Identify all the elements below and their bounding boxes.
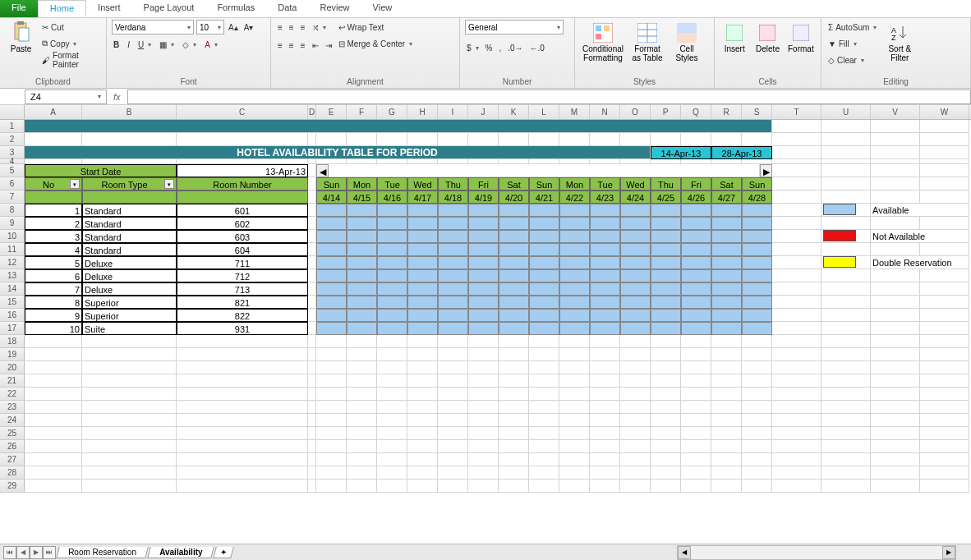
empty-cell[interactable]: [651, 388, 681, 401]
availability-cell[interactable]: [529, 256, 559, 269]
empty-cell[interactable]: [499, 427, 529, 440]
row-header-24[interactable]: 24: [0, 414, 25, 427]
empty-cell[interactable]: [316, 480, 347, 493]
copy-button[interactable]: ⧉Copy▾: [40, 36, 101, 51]
empty-cell[interactable]: [742, 427, 772, 440]
header-no[interactable]: No▾: [25, 177, 82, 190]
cell-room-type[interactable]: Deluxe: [82, 269, 177, 282]
availability-cell[interactable]: [407, 243, 438, 256]
empty-cell[interactable]: [347, 466, 377, 480]
empty-cell[interactable]: [499, 401, 529, 414]
empty-cell[interactable]: [772, 401, 821, 414]
empty-cell[interactable]: [590, 453, 620, 466]
underline-button[interactable]: U▾: [136, 37, 153, 52]
availability-cell[interactable]: [742, 217, 772, 230]
availability-cell[interactable]: [529, 296, 559, 309]
empty-cell[interactable]: [177, 414, 308, 427]
empty-cell[interactable]: [711, 440, 742, 453]
empty-cell[interactable]: [681, 401, 711, 414]
merge-center-button[interactable]: ⊟Merge & Center▾: [337, 36, 415, 51]
availability-cell[interactable]: [377, 282, 407, 296]
empty-cell[interactable]: [711, 466, 742, 480]
empty-cell[interactable]: [499, 374, 529, 388]
availability-cell[interactable]: [529, 322, 559, 335]
cell-no[interactable]: 8: [25, 296, 82, 309]
empty-cell[interactable]: [920, 335, 969, 348]
empty-cell[interactable]: [620, 440, 651, 453]
availability-cell[interactable]: [590, 282, 620, 296]
sheet-nav-prev[interactable]: ◀: [16, 546, 30, 559]
row-header-7[interactable]: 7: [0, 190, 25, 204]
empty-cell[interactable]: [651, 440, 681, 453]
empty-cell[interactable]: [620, 335, 651, 348]
empty-cell[interactable]: [82, 440, 177, 453]
availability-cell[interactable]: [590, 296, 620, 309]
empty-cell[interactable]: [871, 374, 920, 388]
empty-cell[interactable]: [377, 348, 407, 361]
row-header-19[interactable]: 19: [0, 348, 25, 361]
availability-cell[interactable]: [407, 309, 438, 322]
cell-no[interactable]: 10: [25, 322, 82, 335]
empty-cell[interactable]: [681, 414, 711, 427]
availability-cell[interactable]: [407, 282, 438, 296]
empty-cell[interactable]: [316, 335, 347, 348]
empty-cell[interactable]: [82, 414, 177, 427]
sheet-nav-last[interactable]: ⏭: [43, 546, 56, 559]
empty-cell[interactable]: [438, 466, 468, 480]
empty-cell[interactable]: [82, 480, 177, 493]
empty-cell[interactable]: [25, 374, 82, 388]
empty-cell[interactable]: [871, 335, 920, 348]
empty-cell[interactable]: [177, 440, 308, 453]
sheet-nav-next[interactable]: ▶: [30, 546, 43, 559]
sheet-nav-first[interactable]: ⏮: [3, 546, 16, 559]
empty-cell[interactable]: [871, 401, 920, 414]
empty-cell[interactable]: [821, 374, 871, 388]
empty-cell[interactable]: [25, 388, 82, 401]
empty-cell[interactable]: [651, 453, 681, 466]
availability-cell[interactable]: [620, 243, 651, 256]
empty-cell[interactable]: [620, 427, 651, 440]
header-room-type[interactable]: Room Type▾: [82, 177, 177, 190]
row-header-25[interactable]: 25: [0, 427, 25, 440]
availability-cell[interactable]: [651, 230, 681, 243]
row-header-11[interactable]: 11: [0, 243, 25, 256]
fill-color-button[interactable]: ◇▾: [181, 37, 198, 52]
empty-cell[interactable]: [468, 388, 499, 401]
empty-cell[interactable]: [559, 388, 590, 401]
col-header-E[interactable]: E: [316, 105, 347, 119]
empty-cell[interactable]: [347, 374, 377, 388]
availability-cell[interactable]: [681, 269, 711, 282]
empty-cell[interactable]: [407, 401, 438, 414]
empty-cell[interactable]: [529, 401, 559, 414]
empty-cell[interactable]: [25, 401, 82, 414]
empty-cell[interactable]: [308, 335, 316, 348]
empty-cell[interactable]: [681, 466, 711, 480]
availability-cell[interactable]: [559, 322, 590, 335]
empty-cell[interactable]: [742, 374, 772, 388]
empty-cell[interactable]: [407, 361, 438, 374]
row-header-9[interactable]: 9: [0, 217, 25, 230]
empty-cell[interactable]: [772, 374, 821, 388]
col-header-V[interactable]: V: [871, 105, 920, 119]
empty-cell[interactable]: [651, 348, 681, 361]
availability-cell[interactable]: [468, 309, 499, 322]
availability-cell[interactable]: [377, 256, 407, 269]
empty-cell[interactable]: [377, 388, 407, 401]
empty-cell[interactable]: [377, 414, 407, 427]
availability-cell[interactable]: [529, 230, 559, 243]
format-painter-button[interactable]: 🖌Format Painter: [40, 53, 101, 67]
empty-cell[interactable]: [742, 466, 772, 480]
empty-cell[interactable]: [821, 453, 871, 466]
empty-cell[interactable]: [590, 388, 620, 401]
empty-cell[interactable]: [742, 414, 772, 427]
availability-cell[interactable]: [742, 296, 772, 309]
availability-cell[interactable]: [529, 217, 559, 230]
col-header-L[interactable]: L: [529, 105, 559, 119]
availability-cell[interactable]: [559, 309, 590, 322]
availability-cell[interactable]: [407, 230, 438, 243]
empty-cell[interactable]: [438, 348, 468, 361]
cell-room-type[interactable]: Superior: [82, 309, 177, 322]
availability-cell[interactable]: [316, 309, 347, 322]
empty-cell[interactable]: [681, 480, 711, 493]
empty-cell[interactable]: [407, 348, 438, 361]
